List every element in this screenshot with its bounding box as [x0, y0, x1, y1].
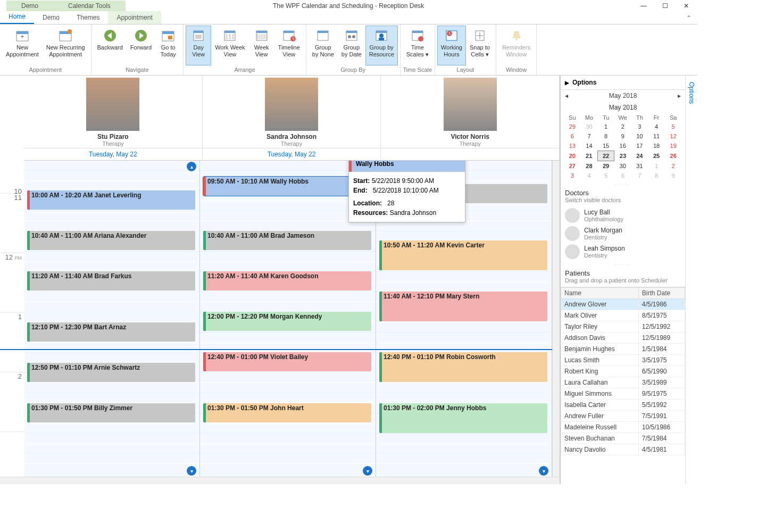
ribbon-calendar-new[interactable]: +NewAppointment [2, 26, 43, 65]
appointment[interactable]: 12:40 PM - 01:00 PM Violet Bailey [203, 352, 371, 371]
ribbon-bell[interactable]: RemindersWindow [498, 26, 534, 65]
patient-row[interactable]: Lucas Smith3/5/1975 [561, 355, 685, 366]
scroll-down-icon[interactable]: ▾ [187, 466, 196, 476]
cal-day[interactable]: 30 [614, 161, 631, 171]
appointment[interactable]: 12:50 PM - 01:10 PM Arnie Schwartz [27, 363, 195, 382]
prev-month-icon[interactable]: ◂ [565, 92, 568, 99]
appointment[interactable]: 01:30 PM - 01:50 PM John Heart [203, 403, 371, 422]
cal-day[interactable]: 22 [597, 151, 614, 161]
cal-day[interactable]: 4 [581, 171, 598, 180]
cal-day[interactable]: 16 [614, 141, 631, 151]
cal-day[interactable]: 31 [631, 161, 648, 171]
ribbon-tab-themes[interactable]: Themes [68, 11, 108, 24]
options-header[interactable]: ▶Options [561, 76, 685, 90]
cal-day[interactable]: 28 [581, 161, 598, 171]
ribbon-group-res[interactable]: Group byResource [365, 26, 398, 65]
cal-day[interactable]: 9 [614, 131, 631, 141]
date-header[interactable]: Tuesday, May 22 [203, 148, 381, 160]
appointment[interactable]: 01:30 PM - 01:50 PM Billy Zimmer [27, 403, 195, 422]
cal-day[interactable]: 8 [597, 131, 614, 141]
cal-day[interactable]: 23 [614, 151, 631, 161]
mini-calendar[interactable]: May 2018 SuMoTuWeThFrSa29301234567891011… [561, 102, 685, 181]
cal-day[interactable]: 2 [665, 161, 682, 171]
appointment[interactable]: 10:40 AM - 11:00 AM Brad Jameson [203, 231, 371, 250]
patient-row[interactable]: Steven Buchanan7/5/1984 [561, 433, 685, 444]
ribbon-group-none[interactable]: Groupby None [309, 26, 338, 65]
appointment[interactable]: 11:20 AM - 11:40 AM Brad Farkus [27, 271, 195, 290]
ribbon-working[interactable]: WorkingHours [437, 26, 466, 65]
next-month-icon[interactable]: ▸ [678, 92, 681, 99]
ribbon-collapse-icon[interactable]: ⌃ [681, 12, 697, 24]
ribbon-tab-demo[interactable]: Demo [34, 11, 68, 24]
appointment[interactable]: 09:50 AM - 10:10 AM Wally Hobbs [203, 177, 371, 196]
patients-col[interactable]: Name [561, 288, 639, 299]
cal-day[interactable]: 1 [648, 161, 665, 171]
patient-row[interactable]: Miguel Simmons9/5/1975 [561, 388, 685, 400]
patients-table[interactable]: NameBirth DateAndrew Glover4/5/1986Mark … [561, 287, 685, 484]
appointment[interactable]: 12:10 PM - 12:30 PM Bart Arnaz [27, 322, 195, 342]
appointment[interactable]: 10:50 AM - 11:20 AM Kevin Carter [379, 240, 547, 270]
scroll-down-icon[interactable]: ▾ [363, 466, 372, 476]
date-header[interactable] [381, 148, 560, 160]
ribbon-arrow-right[interactable]: Forward [127, 26, 155, 65]
cal-day[interactable]: 15 [597, 141, 614, 151]
cal-day[interactable]: 17 [631, 141, 648, 151]
cal-day[interactable]: 8 [648, 171, 665, 180]
ribbon-tab-home[interactable]: Home [0, 10, 34, 24]
cal-day[interactable]: 30 [581, 122, 598, 131]
cal-day[interactable]: 13 [564, 141, 581, 151]
patient-row[interactable]: Andrew Glover4/5/1986 [561, 299, 685, 310]
cal-day[interactable]: 12 [665, 131, 682, 141]
cal-day[interactable]: 7 [581, 131, 598, 141]
cal-day[interactable]: 29 [597, 161, 614, 171]
cal-day[interactable]: 11 [648, 131, 665, 141]
resource-column[interactable]: 10:00 AM - 10:20 AM Janet Leverling10:40… [24, 161, 200, 477]
close-button[interactable]: ✕ [676, 0, 697, 12]
cal-day[interactable]: 19 [665, 141, 682, 151]
splitter-handle[interactable]: ······ [561, 181, 685, 187]
ribbon-arrow-left[interactable]: Backward [94, 26, 127, 65]
patients-col[interactable]: Birth Date [638, 288, 685, 299]
cal-day[interactable]: 7 [631, 171, 648, 180]
maximize-button[interactable]: ☐ [654, 0, 676, 12]
cal-day[interactable]: 25 [648, 151, 665, 161]
splitter-handle[interactable]: ······ [561, 262, 685, 267]
ribbon-day-view[interactable]: DayView [186, 26, 211, 65]
patient-row[interactable]: Mark Oliver8/5/1975 [561, 310, 685, 321]
cal-day[interactable]: 6 [614, 171, 631, 180]
options-strip[interactable]: Options [685, 76, 697, 484]
cal-day[interactable]: 1 [597, 122, 614, 131]
scroll-up-icon[interactable]: ▴ [187, 162, 196, 171]
patient-row[interactable]: Benjamin Hughes1/5/1984 [561, 344, 685, 355]
cal-day[interactable]: 5 [597, 171, 614, 180]
appointment[interactable]: 11:20 AM - 11:40 AM Karen Goodson [203, 271, 371, 290]
cal-day[interactable]: 14 [581, 141, 598, 151]
cal-day[interactable]: 5 [665, 122, 682, 131]
cal-day[interactable]: 21 [581, 151, 598, 161]
horizontal-scrollbar[interactable] [0, 477, 560, 484]
minimize-button[interactable]: — [633, 0, 654, 12]
cal-day[interactable]: 10 [631, 131, 648, 141]
patient-row[interactable]: Laura Callahan3/5/1989 [561, 377, 685, 388]
cal-day[interactable]: 26 [665, 151, 682, 161]
patient-row[interactable]: Andrew Fuller7/5/1991 [561, 411, 685, 422]
appointment[interactable]: 12:40 PM - 01:10 PM Robin Cosworth [379, 352, 547, 382]
ribbon-workweek[interactable]: Work WeekView [211, 26, 248, 65]
doctor-row[interactable]: Leah SimpsonDentistry [564, 243, 682, 261]
cal-day[interactable]: 3 [631, 122, 648, 131]
appointment[interactable]: 10:40 AM - 11:00 AM Ariana Alexander [27, 231, 195, 250]
patient-row[interactable]: Isabella Carter5/5/1992 [561, 400, 685, 411]
doctor-row[interactable]: Lucy BallOphthalmology [564, 206, 682, 225]
date-header[interactable]: Tuesday, May 22 [24, 148, 203, 160]
cal-day[interactable]: 27 [564, 161, 581, 171]
scroll-down-icon[interactable]: ▾ [539, 466, 548, 476]
cal-day[interactable]: 3 [564, 171, 581, 180]
appointment[interactable]: 11:40 AM - 12:10 PM Mary Stern [379, 292, 547, 321]
ribbon-group-date[interactable]: Groupby Date [338, 26, 365, 65]
cal-day[interactable]: 20 [564, 151, 581, 161]
ribbon-timescale[interactable]: TimeScales ▾ [403, 26, 432, 65]
cal-day[interactable]: 2 [614, 122, 631, 131]
ribbon-week[interactable]: WeekView [249, 26, 274, 65]
patient-row[interactable]: Nancy Davolio4/5/1981 [561, 444, 685, 455]
appointment[interactable]: 01:30 PM - 02:00 PM Jenny Hobbs [379, 403, 547, 433]
